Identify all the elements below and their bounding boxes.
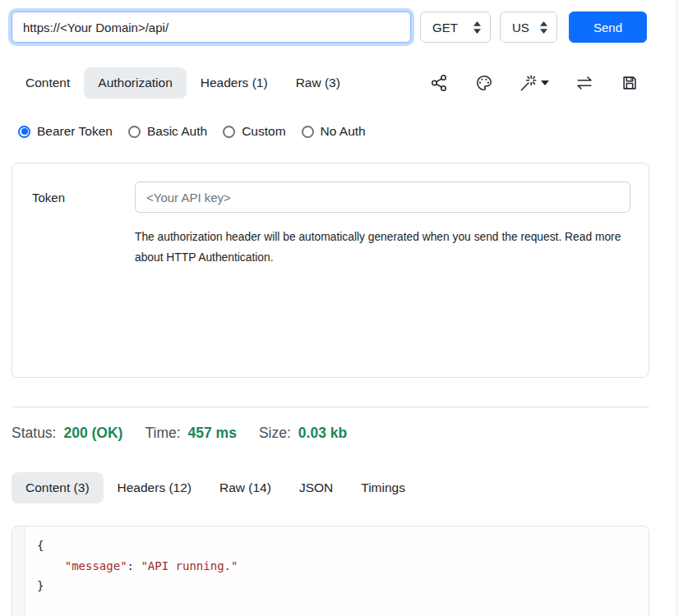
response-body-block: { "message": "API running." } (12, 526, 649, 616)
tab-content[interactable]: Content (12, 67, 84, 99)
size-group: Size: 0.03 kb (259, 425, 347, 442)
radio-label: No Auth (321, 124, 366, 139)
tab-authorization[interactable]: Authorization (84, 67, 186, 99)
token-input[interactable] (135, 182, 630, 213)
radio-selected-icon (18, 126, 30, 138)
response-status-row: Status: 200 (OK) Time: 457 ms Size: 0.03… (12, 425, 649, 442)
json-brace: { (37, 539, 44, 552)
token-row: Token (32, 182, 630, 213)
time-group: Time: 457 ms (145, 425, 236, 442)
palette-icon[interactable] (474, 73, 494, 93)
magic-wand-dropdown-icon[interactable] (519, 73, 549, 93)
status-value: 200 (OK) (63, 425, 122, 442)
radio-no-auth[interactable]: No Auth (302, 124, 366, 139)
radio-label: Bearer Token (37, 124, 113, 139)
request-bar: GET US Send (12, 11, 649, 43)
radio-unselected-icon (128, 126, 141, 138)
tab-raw[interactable]: Raw (3) (282, 67, 354, 99)
main-content: GET US Send Content Authorization Header… (0, 0, 688, 616)
json-value: "API running." (141, 559, 238, 572)
json-indent (37, 559, 65, 572)
json-brace: } (37, 579, 44, 592)
method-select[interactable]: GET (420, 11, 491, 43)
radio-unselected-icon (223, 126, 235, 138)
token-helper-text: The authorization header will be automat… (135, 227, 626, 268)
status-label: Status: (12, 425, 56, 442)
time-value: 457 ms (188, 425, 237, 442)
resp-tab-json[interactable]: JSON (285, 472, 347, 503)
section-divider (12, 407, 649, 407)
code-line: } (37, 576, 637, 596)
method-select-value: GET (432, 21, 458, 34)
code-gutter (12, 526, 25, 616)
resp-tab-headers[interactable]: Headers (12) (104, 472, 205, 503)
tab-headers[interactable]: Headers (1) (187, 67, 282, 99)
resp-tab-content[interactable]: Content (3) (12, 472, 104, 503)
radio-unselected-icon (302, 126, 314, 138)
auth-type-radios: Bearer Token Basic Auth Custom No Auth (12, 124, 649, 139)
save-icon[interactable] (620, 73, 640, 93)
send-button[interactable]: Send (569, 11, 647, 43)
time-label: Time: (145, 425, 180, 442)
radio-label: Custom (242, 124, 285, 139)
radio-basic-auth[interactable]: Basic Auth (128, 124, 207, 139)
authorization-panel: Token The authorization header will be a… (12, 163, 649, 378)
code-line: "message": "API running." (37, 556, 637, 577)
size-label: Size: (259, 425, 291, 442)
response-json-code: { "message": "API running." } (25, 526, 649, 616)
region-select-value: US (512, 21, 529, 34)
resp-tab-raw[interactable]: Raw (14) (205, 472, 285, 503)
status-group: Status: 200 (OK) (12, 425, 122, 442)
scrollbar-track[interactable] (676, 0, 677, 616)
size-value: 0.03 kb (298, 425, 347, 442)
code-line: { (37, 536, 637, 556)
url-input[interactable] (12, 11, 411, 43)
json-colon: : (127, 559, 141, 572)
response-tabs-row: Content (3) Headers (12) Raw (14) JSON T… (12, 472, 649, 503)
resp-tab-timings[interactable]: Timings (347, 472, 419, 503)
request-tabs-row: Content Authorization Headers (1) Raw (3… (12, 67, 649, 99)
radio-label: Basic Auth (147, 124, 207, 139)
api-client-page: GET US Send Content Authorization Header… (0, 0, 688, 616)
region-select[interactable]: US (500, 11, 557, 43)
radio-custom[interactable]: Custom (223, 124, 285, 139)
radio-bearer-token[interactable]: Bearer Token (18, 124, 113, 139)
chevron-down-icon (541, 80, 549, 85)
swap-arrows-icon[interactable] (575, 73, 594, 93)
request-toolbar (429, 73, 649, 93)
json-key: "message" (65, 559, 127, 572)
token-label: Token (32, 191, 135, 205)
select-updown-icon (473, 21, 482, 34)
share-icon[interactable] (429, 73, 449, 93)
select-updown-icon (539, 21, 548, 34)
